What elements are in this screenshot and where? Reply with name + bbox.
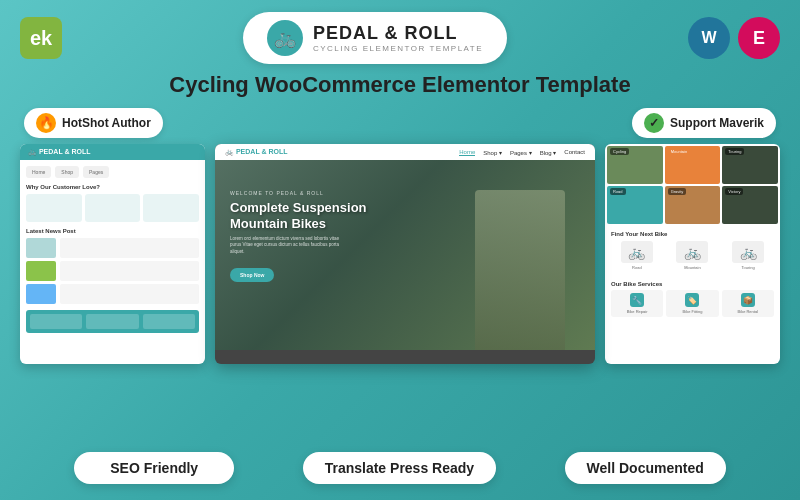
pr-grid-item: Victory: [722, 186, 778, 224]
pc-navbar-links: Home Shop ▾ Pages ▾ Blog ▾ Contact: [459, 149, 585, 156]
main-container: ek 🚲 PEDAL & ROLL CYCLING ELEMENTOR TEMP…: [0, 0, 800, 500]
seo-badge: SEO Friendly: [74, 452, 234, 484]
logo-subtitle: CYCLING ELEMENTOR TEMPLATE: [313, 44, 483, 53]
pr-bike-img: 🚲: [732, 241, 764, 263]
pl-news: [26, 238, 199, 304]
pc-hero-person: [475, 190, 565, 350]
pc-hero-desc: Lorem orci elementum dictum viverra sed …: [230, 236, 350, 255]
pl-footer-row: [30, 314, 195, 329]
pl-nav-item: Home: [26, 166, 51, 178]
pc-hero-subtitle: WELCOME TO PEDAL & ROLL: [230, 190, 367, 196]
pr-service-icon: 🔧: [630, 293, 644, 307]
pr-bike-label: Mountain: [684, 265, 700, 270]
pr-service: 🔧 Bike Repair: [611, 290, 663, 317]
pl-card: [85, 194, 141, 222]
pr-services: 🔧 Bike Repair 🏷️ Bike Fitting 📦 Bike Ren…: [605, 290, 780, 317]
elementor-icon: E: [738, 17, 780, 59]
preview-left-body: Home Shop Pages Why Our Customer Love? L…: [20, 160, 205, 339]
pl-footer-col: [143, 314, 195, 329]
pl-news-text: [60, 261, 199, 281]
pr-section: Find Your Next Bike 🚲 Road 🚲 Mountain 🚲 …: [605, 226, 780, 281]
pr-service-label: Bike Fitting: [683, 309, 703, 314]
right-icons: W E: [688, 17, 780, 59]
nav-pages: Pages ▾: [510, 149, 532, 156]
wordpress-icon: W: [688, 17, 730, 59]
nav-shop: Shop ▾: [483, 149, 502, 156]
pr-grid-label: Mountain: [668, 148, 690, 155]
center-logo: 🚲 PEDAL & ROLL CYCLING ELEMENTOR TEMPLAT…: [243, 12, 507, 64]
support-badge-label: Support Maverik: [670, 116, 764, 130]
envato-label: ek: [30, 27, 52, 50]
pc-hero-title: Complete SuspensionMountain Bikes: [230, 200, 367, 231]
pr-service: 🏷️ Bike Fitting: [666, 290, 718, 317]
pl-latest-title: Latest News Post: [26, 228, 199, 234]
pl-card: [26, 194, 82, 222]
pl-nav-item: Pages: [83, 166, 109, 178]
pr-section-title: Find Your Next Bike: [611, 231, 774, 237]
pc-hero: WELCOME TO PEDAL & ROLL Complete Suspens…: [215, 160, 595, 350]
support-badge: ✓ Support Maverik: [632, 108, 776, 138]
preview-left-header: 🚲 PEDAL & ROLL: [20, 144, 205, 160]
pl-card: [143, 194, 199, 222]
author-badge-label: HotShot Author: [62, 116, 151, 130]
pl-news-item: [26, 238, 199, 258]
page-title: Cycling WooCommerce Elementor Template: [169, 72, 630, 98]
author-badge: 🔥 HotShot Author: [24, 108, 163, 138]
pl-nav: Home Shop Pages: [26, 166, 199, 178]
pr-grid: Cycling Mountain Touring Road Gravity Vi…: [605, 144, 780, 226]
pr-service-label: Bike Repair: [627, 309, 648, 314]
pl-news-item: [26, 261, 199, 281]
previews-area: 🚲 PEDAL & ROLL Home Shop Pages Why Our C…: [20, 144, 780, 440]
pl-footer: [26, 310, 199, 333]
pr-grid-item: Gravity: [665, 186, 721, 224]
preview-center: 🚲 PEDAL & ROLL Home Shop ▾ Pages ▾ Blog …: [215, 144, 595, 364]
pc-hero-content: WELCOME TO PEDAL & ROLL Complete Suspens…: [230, 190, 367, 282]
logo-title: PEDAL & ROLL: [313, 23, 483, 44]
pr-bike-label: Touring: [742, 265, 755, 270]
pr-service: 📦 Bike Rental: [722, 290, 774, 317]
pl-footer-col: [30, 314, 82, 329]
pr-grid-item: Cycling: [607, 146, 663, 184]
translate-badge: Translate Press Ready: [303, 452, 496, 484]
pl-news-img: [26, 284, 56, 304]
pl-footer-col: [86, 314, 138, 329]
pr-grid-label: Victory: [725, 188, 743, 195]
pc-navbar: 🚲 PEDAL & ROLL Home Shop ▾ Pages ▾ Blog …: [215, 144, 595, 160]
pr-grid-label: Cycling: [610, 148, 629, 155]
logo-text-block: PEDAL & ROLL CYCLING ELEMENTOR TEMPLATE: [313, 23, 483, 53]
nav-blog: Blog ▾: [540, 149, 557, 156]
pr-grid-item: Touring: [722, 146, 778, 184]
pr-bike: 🚲 Mountain: [676, 241, 708, 270]
author-badge-icon: 🔥: [36, 113, 56, 133]
pr-service-icon: 🏷️: [685, 293, 699, 307]
bottom-badges: SEO Friendly Translate Press Ready Well …: [20, 448, 780, 488]
pl-news-item: [26, 284, 199, 304]
pc-navbar-logo: 🚲 PEDAL & ROLL: [225, 148, 288, 156]
pr-grid-item: Road: [607, 186, 663, 224]
pr-bike: 🚲 Road: [621, 241, 653, 270]
badge-bar: 🔥 HotShot Author ✓ Support Maverik: [20, 108, 780, 138]
logo-icon: 🚲: [267, 20, 303, 56]
pr-grid-label: Gravity: [668, 188, 687, 195]
pr-services-title: Our Bike Services: [605, 281, 780, 287]
pr-bike: 🚲 Touring: [732, 241, 764, 270]
nav-home: Home: [459, 149, 475, 156]
preview-left: 🚲 PEDAL & ROLL Home Shop Pages Why Our C…: [20, 144, 205, 364]
pl-section-title: Why Our Customer Love?: [26, 184, 199, 190]
pr-grid-item: Mountain: [665, 146, 721, 184]
documented-badge: Well Documented: [565, 452, 726, 484]
envato-icon: ek: [20, 17, 62, 59]
pr-grid-label: Road: [610, 188, 626, 195]
nav-contact: Contact: [564, 149, 585, 155]
pr-grid-label: Touring: [725, 148, 744, 155]
pr-service-icon: 📦: [741, 293, 755, 307]
pl-news-text: [60, 238, 199, 258]
shop-now-button[interactable]: Shop Now: [230, 268, 274, 282]
top-bar: ek 🚲 PEDAL & ROLL CYCLING ELEMENTOR TEMP…: [20, 12, 780, 64]
pl-news-text: [60, 284, 199, 304]
pl-nav-item: Shop: [55, 166, 79, 178]
pl-news-img: [26, 261, 56, 281]
pr-bikes: 🚲 Road 🚲 Mountain 🚲 Touring: [611, 241, 774, 270]
preview-right: Cycling Mountain Touring Road Gravity Vi…: [605, 144, 780, 364]
pr-bike-img: 🚲: [676, 241, 708, 263]
